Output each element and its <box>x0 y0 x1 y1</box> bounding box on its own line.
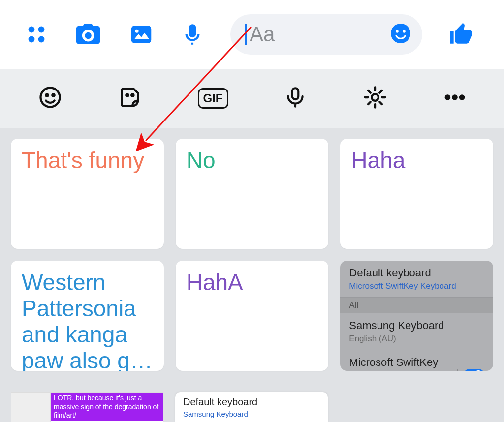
suggestion-card[interactable]: Western Pattersonia and kanga paw also g… <box>11 261 164 371</box>
default-kb-title: Default keyboard <box>183 396 320 408</box>
settings-all-label: All <box>340 298 493 313</box>
svg-rect-14 <box>292 88 298 99</box>
settings-header-sub: Microsoft SwiftKey Keyboard <box>349 281 456 291</box>
microphone-icon[interactable] <box>180 22 205 47</box>
compose-bar: Aa <box>0 0 504 69</box>
svg-point-2 <box>29 36 35 43</box>
svg-point-13 <box>131 94 133 96</box>
svg-point-3 <box>38 36 45 43</box>
svg-point-15 <box>372 94 378 101</box>
svg-point-8 <box>403 30 406 33</box>
svg-point-17 <box>452 95 457 100</box>
svg-rect-4 <box>131 26 152 43</box>
more-icon[interactable] <box>442 85 467 112</box>
svg-point-9 <box>40 88 60 107</box>
thumbnail-image <box>11 393 51 422</box>
message-placeholder: Aa <box>250 23 389 46</box>
default-kb-sub: Samsung Keyboard <box>183 410 320 418</box>
thumbnail-snippet: LOTR, but because it's just a massive si… <box>51 393 163 421</box>
keyboard-toolbar: GIF <box>0 69 504 128</box>
gear-icon[interactable] <box>362 85 388 112</box>
kb-option-sub: English (AU) <box>349 334 444 344</box>
emoji-outline-icon[interactable] <box>37 85 63 112</box>
svg-point-18 <box>459 95 464 100</box>
sticker-icon[interactable] <box>118 85 143 112</box>
keyboard-settings-preview[interactable]: Default keyboard Microsoft SwiftKey Keyb… <box>340 261 493 371</box>
apps-icon[interactable] <box>25 23 48 46</box>
svg-point-6 <box>391 24 410 43</box>
thumbnail-preview[interactable]: LOTR, but because it's just a massive si… <box>11 392 163 422</box>
gif-label: GIF <box>203 91 223 105</box>
suggestion-card[interactable]: That's funny <box>11 139 164 249</box>
image-icon[interactable] <box>128 21 155 48</box>
toggle-switch[interactable] <box>464 369 484 371</box>
settings-header-title: Default keyboard <box>349 267 456 279</box>
kb-option-title: Samsung Keyboard <box>349 319 444 332</box>
svg-point-10 <box>46 94 48 96</box>
svg-point-16 <box>445 95 450 100</box>
microphone-outline-icon[interactable] <box>283 85 308 112</box>
message-input[interactable]: Aa <box>230 14 422 55</box>
gif-icon[interactable]: GIF <box>198 88 228 109</box>
camera-icon[interactable] <box>74 20 102 49</box>
suggestion-card[interactable]: No <box>176 139 329 249</box>
svg-point-11 <box>52 94 54 96</box>
kb-option-title: Microsoft SwiftKey Keyboard <box>349 356 457 371</box>
svg-point-0 <box>29 27 35 33</box>
emoji-icon[interactable] <box>389 22 412 47</box>
suggestion-card[interactable]: HahA <box>176 261 329 371</box>
svg-point-1 <box>38 27 45 33</box>
default-keyboard-preview[interactable]: Default keyboard Samsung Keyboard <box>175 392 328 422</box>
suggestion-grid: That's funny No Haha Western Pattersonia… <box>0 128 504 422</box>
suggestion-card[interactable]: Haha <box>340 139 493 249</box>
svg-point-12 <box>126 94 128 96</box>
svg-point-5 <box>135 30 138 33</box>
text-caret <box>245 24 247 45</box>
thumbs-up-icon[interactable] <box>448 21 475 48</box>
svg-point-7 <box>396 30 399 33</box>
